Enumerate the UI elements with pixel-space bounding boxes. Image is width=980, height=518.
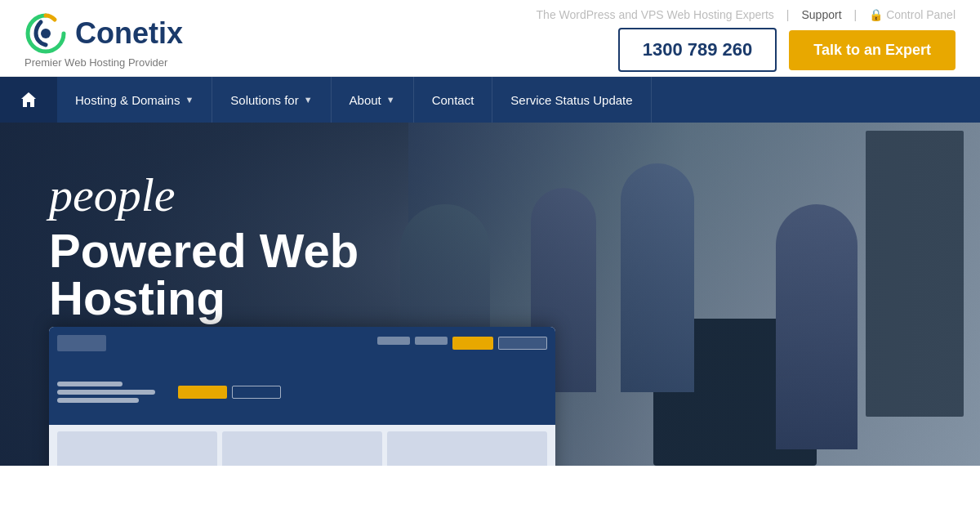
header-links: The WordPress and VPS Web Hosting Expert… (537, 8, 956, 21)
brand-tagline: Premier Web Hosting Provider (24, 56, 167, 69)
nav-home-button[interactable] (0, 77, 57, 123)
header-top: Conetix Premier Web Hosting Provider The… (24, 0, 956, 76)
nav-item-service-status[interactable]: Service Status Update (492, 77, 651, 123)
nav-item-about[interactable]: About ▼ (332, 77, 414, 123)
hero-title-italic: people (49, 172, 176, 219)
header-cta: 1300 789 260 Talk to an Expert (618, 28, 956, 72)
control-panel-link[interactable]: 🔒Control Panel (869, 8, 956, 21)
hero-title: people Powered Web Hosting (49, 172, 523, 322)
logo-wrapper: Conetix (24, 12, 183, 55)
mockup-logo (57, 335, 106, 351)
header: Conetix Premier Web Hosting Provider The… (0, 0, 980, 77)
mockup-text-block (57, 382, 155, 403)
nav-item-hosting[interactable]: Hosting & Domains ▼ (57, 77, 212, 123)
nav-item-solutions[interactable]: Solutions for ▼ (212, 77, 331, 123)
chevron-down-icon: ▼ (185, 95, 194, 105)
support-link[interactable]: Support (801, 8, 841, 21)
separator2: | (854, 8, 858, 21)
header-top-right: The WordPress and VPS Web Hosting Expert… (537, 8, 956, 72)
mockup-buttons (178, 386, 281, 399)
talk-to-expert-button[interactable]: Talk to an Expert (789, 30, 956, 70)
mockup-nav-items (377, 337, 547, 350)
logo-container: Conetix Premier Web Hosting Provider (24, 12, 183, 69)
main-nav: Hosting & Domains ▼ Solutions for ▼ Abou… (0, 77, 980, 123)
header-tagline: The WordPress and VPS Web Hosting Expert… (537, 8, 774, 21)
brand-name: Conetix (75, 16, 183, 51)
separator1: | (786, 8, 790, 21)
screen-mockup (49, 327, 555, 466)
hero-title-bold: Powered Web Hosting (49, 227, 523, 322)
mockup-hero-mini (49, 359, 555, 425)
chevron-down-icon: ▼ (386, 95, 395, 105)
svg-point-0 (41, 29, 51, 38)
conetix-logo-icon (24, 12, 67, 55)
mockup-content (49, 425, 555, 466)
nav-item-contact[interactable]: Contact (414, 77, 493, 123)
phone-button[interactable]: 1300 789 260 (618, 28, 777, 72)
lock-icon: 🔒 (869, 8, 883, 21)
hero-section: people Powered Web Hosting Trusted by th… (0, 123, 980, 466)
home-icon (20, 91, 38, 109)
mockup-nav-bar (49, 327, 555, 359)
chevron-down-icon: ▼ (304, 95, 313, 105)
